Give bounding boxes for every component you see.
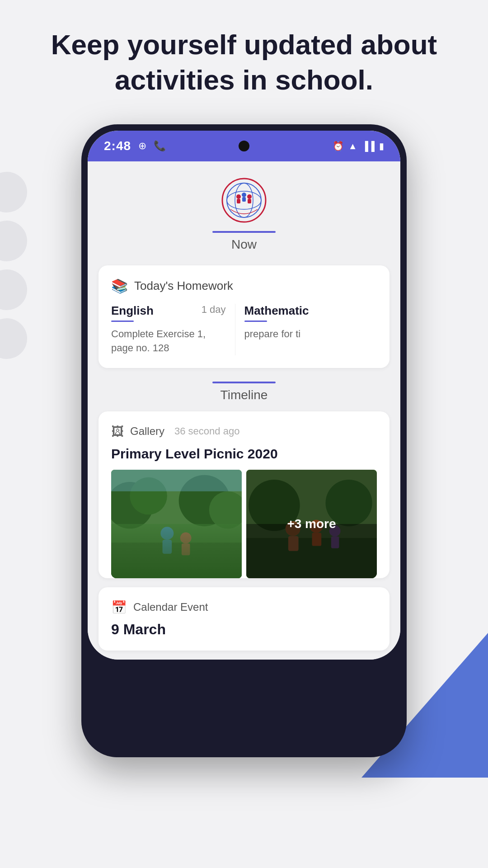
status-icons-left: 2:48 ⊕ 📞: [104, 139, 166, 153]
svg-rect-17: [163, 540, 172, 554]
signal-icon: ▐▐: [362, 141, 375, 151]
now-tab-label[interactable]: Now: [231, 237, 257, 252]
homework-header: 📚 Today's Homework: [111, 278, 377, 294]
svg-point-8: [247, 194, 252, 199]
homework-card[interactable]: 📚 Today's Homework English 1 day Complet…: [99, 265, 389, 368]
calendar-icon: 📅: [111, 600, 127, 615]
gallery-image-2[interactable]: +3 more: [246, 470, 377, 578]
bg-circles: [0, 172, 27, 359]
timeline-section: Timeline: [88, 377, 400, 411]
svg-point-4: [236, 194, 241, 199]
phone-frame: 2:48 ⊕ 📞 ⏰ ▲ ▐▐ ▮: [81, 124, 407, 757]
gallery-card[interactable]: 🖼 Gallery 36 second ago Primary Level Pi…: [99, 411, 389, 578]
bg-circle-1: [0, 172, 27, 212]
maps-icon: ⊕: [138, 140, 146, 152]
hero-title: Keep yourself updated about activities i…: [0, 27, 488, 97]
svg-point-16: [160, 527, 174, 540]
bg-circle-4: [0, 318, 27, 359]
homework-title: Today's Homework: [134, 279, 233, 293]
subject-underline-english: [111, 321, 134, 322]
wifi-icon: ▲: [348, 141, 357, 151]
svg-rect-19: [182, 543, 190, 555]
svg-rect-9: [248, 199, 251, 203]
phone-screen: 2:48 ⊕ 📞 ⏰ ▲ ▐▐ ▮: [88, 131, 400, 660]
gallery-card-meta: 🖼 Gallery 36 second ago: [111, 424, 377, 439]
battery-icon: ▮: [379, 141, 384, 151]
homework-icon: 📚: [111, 278, 128, 294]
app-header: Now: [88, 161, 400, 261]
calendar-card-meta: 📅 Calendar Event: [111, 600, 377, 615]
gallery-icon: 🖼: [111, 424, 124, 439]
svg-point-18: [180, 532, 192, 543]
svg-rect-20: [111, 470, 242, 491]
more-count-label: +3 more: [287, 517, 336, 531]
status-bar: 2:48 ⊕ 📞 ⏰ ▲ ▐▐ ▮: [88, 131, 400, 161]
calendar-card[interactable]: 📅 Calendar Event 9 March: [99, 587, 389, 651]
status-icons-right: ⏰ ▲ ▐▐ ▮: [333, 141, 384, 151]
app-content: Now 📚 Today's Homework English 1 day: [88, 161, 400, 660]
subject-name-math: Mathematic: [244, 304, 309, 318]
subject-english[interactable]: English 1 day Complete Exercise 1, page …: [111, 304, 235, 355]
bg-circle-3: [0, 269, 27, 310]
bg-circle-2: [0, 221, 27, 261]
gallery-image-1[interactable]: [111, 470, 242, 578]
gallery-time: 36 second ago: [174, 425, 239, 437]
gallery-grid: +3 more: [111, 470, 377, 578]
gallery-title: Primary Level Picnic 2020: [111, 446, 377, 462]
subject-task-math: prepare for ti: [244, 328, 301, 340]
homework-subjects: English 1 day Complete Exercise 1, page …: [111, 304, 377, 355]
front-camera: [239, 141, 249, 151]
subject-name-english: English: [111, 304, 154, 318]
page-wrapper: Keep yourself updated about activities i…: [0, 0, 488, 868]
school-logo: [221, 178, 267, 223]
gallery-type: Gallery: [130, 425, 164, 438]
status-time: 2:48: [104, 139, 131, 153]
now-tab-indicator: [212, 231, 276, 233]
subject-header-math: Mathematic: [244, 304, 359, 321]
alarm-icon: ⏰: [333, 141, 344, 151]
svg-rect-11: [111, 542, 242, 578]
subject-task-english: Complete Exercise 1, page no. 128: [111, 328, 206, 354]
svg-rect-5: [237, 199, 240, 203]
subject-due-english: 1 day: [202, 304, 226, 316]
subject-header-english: English 1 day: [111, 304, 226, 321]
subject-underline-math: [244, 321, 267, 322]
subject-math[interactable]: Mathematic prepare for ti: [244, 304, 368, 355]
whatsapp-icon: 📞: [154, 140, 166, 152]
calendar-type: Calendar Event: [133, 601, 208, 613]
svg-rect-7: [242, 197, 246, 202]
timeline-tab-indicator: [212, 382, 276, 383]
more-overlay[interactable]: +3 more: [246, 470, 377, 578]
svg-point-6: [242, 193, 246, 197]
timeline-label[interactable]: Timeline: [221, 388, 268, 402]
calendar-date: 9 March: [111, 621, 377, 638]
